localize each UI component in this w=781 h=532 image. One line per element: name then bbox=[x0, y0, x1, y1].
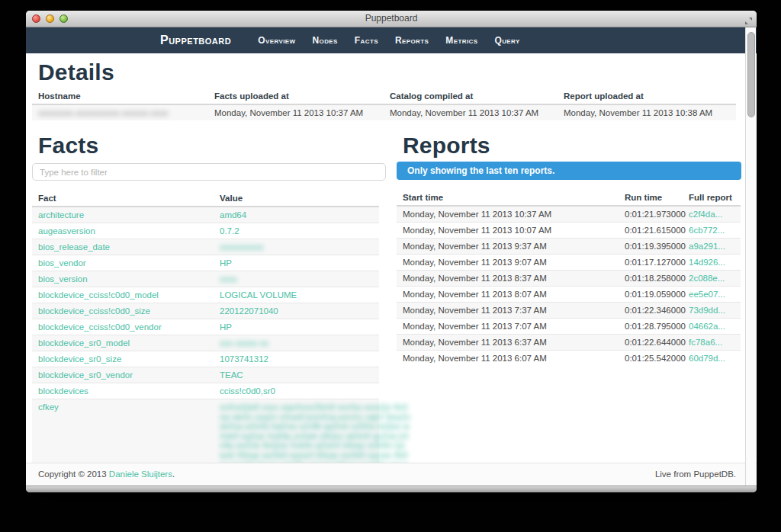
fact-name-link[interactable]: blockdevice_cciss!c0d0_vendor bbox=[38, 322, 162, 332]
reports-notice: Only showing the last ten reports. bbox=[397, 162, 741, 180]
fact-name-link[interactable]: blockdevice_sr0_model bbox=[38, 338, 130, 348]
details-heading: Details bbox=[32, 59, 736, 85]
table-row: blockdevice_sr0_modelxxx xxxxx xx bbox=[32, 335, 379, 351]
page-footer: Copyright © 2013 Daniele Sluijters. Live… bbox=[26, 463, 757, 486]
facts-filter-input[interactable] bbox=[32, 163, 386, 181]
report-run-time: 0:01:19.059000 bbox=[619, 287, 683, 303]
full-report-link[interactable]: 6cb772... bbox=[689, 226, 725, 235]
table-row: cfkeyxxXxxQw9 xxxx xqwXxxxZkm9 xxxXw xxx… bbox=[32, 399, 379, 463]
fact-name-link[interactable]: cfkey bbox=[38, 402, 59, 412]
fact-value-link[interactable]: TEAC bbox=[220, 370, 243, 380]
full-report-link[interactable]: 14d926... bbox=[689, 258, 725, 267]
facts-uploaded-at: Monday, November 11 2013 10:37 AM bbox=[208, 104, 384, 120]
fact-name-link[interactable]: bios_version bbox=[38, 274, 88, 284]
report-run-time: 0:01:22.644000 bbox=[619, 335, 683, 351]
catalog-compiled-at: Monday, November 11 2013 10:37 AM bbox=[384, 104, 558, 120]
fact-value-link[interactable]: 0.7.2 bbox=[220, 226, 239, 236]
redacted-fact-value: xxxxxxxxxx bbox=[220, 242, 264, 252]
reports-table: Start time Run time Full report Monday, … bbox=[397, 190, 741, 366]
table-row: Monday, November 11 2013 7:07 AM0:01:28.… bbox=[397, 319, 741, 335]
facts-col-fact: Fact bbox=[32, 191, 214, 207]
nav-item-query[interactable]: Query bbox=[486, 35, 528, 46]
fact-name-link[interactable]: augeasversion bbox=[38, 226, 95, 236]
fact-name-link[interactable]: architecture bbox=[38, 210, 84, 220]
fact-name-link[interactable]: blockdevice_cciss!c0d0_size bbox=[38, 306, 150, 316]
redacted-fact-value: xxXxxQw9 xxxx xqwXxxxZkm9 xxxXw xxxxQx 9… bbox=[220, 402, 410, 463]
facts-heading: Facts bbox=[32, 133, 386, 159]
live-from-puppetdb-text: Live from PuppetDB. bbox=[655, 463, 736, 486]
details-col-catalog-compiled: Catalog compiled at bbox=[384, 88, 558, 104]
report-run-time: 0:01:28.795000 bbox=[619, 319, 683, 335]
nav-item-nodes[interactable]: Nodes bbox=[304, 35, 346, 46]
nav-item-reports[interactable]: Reports bbox=[387, 35, 437, 46]
navbar-brand[interactable]: Puppetboard bbox=[160, 34, 231, 47]
fact-name-link[interactable]: bios_vendor bbox=[38, 258, 86, 268]
copyright-text: Copyright © 2013 Daniele Sluijters. bbox=[38, 463, 175, 486]
report-start-time: Monday, November 11 2013 9:37 AM bbox=[397, 239, 619, 255]
close-window-button[interactable] bbox=[32, 14, 40, 23]
fact-value-link[interactable]: HP bbox=[220, 322, 232, 332]
browser-window: Puppetboard Puppetboard OverviewNodesFac… bbox=[26, 11, 757, 492]
table-row: augeasversion0.7.2 bbox=[32, 223, 379, 239]
scrollbar-thumb[interactable] bbox=[747, 32, 755, 117]
report-run-time: 0:01:18.258000 bbox=[619, 271, 683, 287]
details-section: Details Hostname Facts uploaded at Catal… bbox=[32, 59, 736, 120]
fact-value-link[interactable]: 220122071040 bbox=[220, 306, 278, 316]
minimize-window-button[interactable] bbox=[46, 14, 54, 23]
nav-item-facts[interactable]: Facts bbox=[346, 35, 387, 46]
full-report-link[interactable]: fc78a6... bbox=[689, 338, 722, 347]
fact-value-link[interactable]: cciss!c0d0,sr0 bbox=[220, 386, 275, 396]
window-titlebar[interactable]: Puppetboard bbox=[26, 11, 757, 27]
redacted-fact-value: xxxx bbox=[220, 274, 237, 284]
report-run-time: 0:01:21.973000 bbox=[619, 206, 683, 223]
fact-value-link[interactable]: 1073741312 bbox=[220, 354, 268, 364]
details-table: Hostname Facts uploaded at Catalog compi… bbox=[32, 88, 736, 120]
full-report-link[interactable]: c2f4da... bbox=[689, 210, 722, 219]
fact-name-link[interactable]: blockdevice_sr0_vendor bbox=[38, 370, 133, 380]
full-report-link[interactable]: ee5e07... bbox=[689, 290, 725, 299]
table-row: blockdevice_sr0_size1073741312 bbox=[32, 351, 379, 367]
full-report-link[interactable]: 73d9dd... bbox=[689, 306, 725, 315]
table-row: Monday, November 11 2013 8:37 AM0:01:18.… bbox=[397, 271, 741, 287]
fact-name-link[interactable]: blockdevice_sr0_size bbox=[38, 354, 121, 364]
full-report-link[interactable]: a9a291... bbox=[689, 242, 725, 251]
fact-value-link[interactable]: amd64 bbox=[220, 210, 246, 220]
hostname-redacted: xxxxxxxx.xxxxxxxxxx.xxxxxx.xxxx bbox=[38, 108, 169, 117]
zoom-window-button[interactable] bbox=[59, 14, 68, 23]
table-row: Monday, November 11 2013 10:07 AM0:01:21… bbox=[397, 223, 741, 239]
fact-value-link[interactable]: HP bbox=[220, 258, 232, 268]
report-uploaded-at: Monday, November 11 2013 10:38 AM bbox=[558, 104, 736, 120]
table-row: bios_vendorHP bbox=[32, 255, 379, 271]
report-start-time: Monday, November 11 2013 8:07 AM bbox=[397, 287, 619, 303]
reports-col-start-time: Start time bbox=[397, 190, 619, 206]
table-row: Monday, November 11 2013 9:07 AM0:01:17.… bbox=[397, 255, 741, 271]
report-start-time: Monday, November 11 2013 10:07 AM bbox=[397, 223, 619, 239]
author-link[interactable]: Daniele Sluijters bbox=[109, 470, 172, 479]
table-row: Monday, November 11 2013 6:37 AM0:01:22.… bbox=[397, 335, 741, 351]
fact-value-link[interactable]: LOGICAL VOLUME bbox=[220, 290, 297, 300]
fact-name-link[interactable]: bios_release_date bbox=[38, 242, 110, 252]
nav-item-metrics[interactable]: Metrics bbox=[437, 35, 486, 46]
nav-items: OverviewNodesFactsReportsMetricsQuery bbox=[249, 35, 529, 46]
table-row: blockdevicescciss!c0d0,sr0 bbox=[32, 383, 379, 399]
table-row: bios_release_datexxxxxxxxxx bbox=[32, 239, 379, 255]
table-row: blockdevice_cciss!c0d0_modelLOGICAL VOLU… bbox=[32, 287, 379, 303]
report-start-time: Monday, November 11 2013 9:07 AM bbox=[397, 255, 619, 271]
report-run-time: 0:01:22.346000 bbox=[619, 303, 683, 319]
table-row: Monday, November 11 2013 8:07 AM0:01:19.… bbox=[397, 287, 741, 303]
scrollbar[interactable] bbox=[745, 27, 756, 486]
fullscreen-icon[interactable] bbox=[744, 14, 753, 23]
fact-name-link[interactable]: blockdevices bbox=[38, 386, 88, 396]
table-row: Monday, November 11 2013 9:37 AM0:01:19.… bbox=[397, 239, 741, 255]
full-report-link[interactable]: 04662a... bbox=[689, 322, 725, 331]
report-start-time: Monday, November 11 2013 7:37 AM bbox=[397, 303, 619, 319]
details-col-facts-uploaded: Facts uploaded at bbox=[208, 88, 384, 104]
full-report-link[interactable]: 60d79d... bbox=[689, 354, 725, 363]
report-run-time: 0:01:25.542000 bbox=[619, 351, 683, 367]
full-report-link[interactable]: 2c088e... bbox=[689, 274, 725, 283]
nav-item-overview[interactable]: Overview bbox=[249, 35, 304, 46]
details-row: xxxxxxxx.xxxxxxxxxx.xxxxxx.xxxx Monday, … bbox=[32, 104, 736, 120]
copyright-prefix: Copyright © 2013 bbox=[38, 470, 109, 479]
fact-name-link[interactable]: blockdevice_cciss!c0d0_model bbox=[38, 290, 159, 300]
table-row: architectureamd64 bbox=[32, 207, 379, 223]
